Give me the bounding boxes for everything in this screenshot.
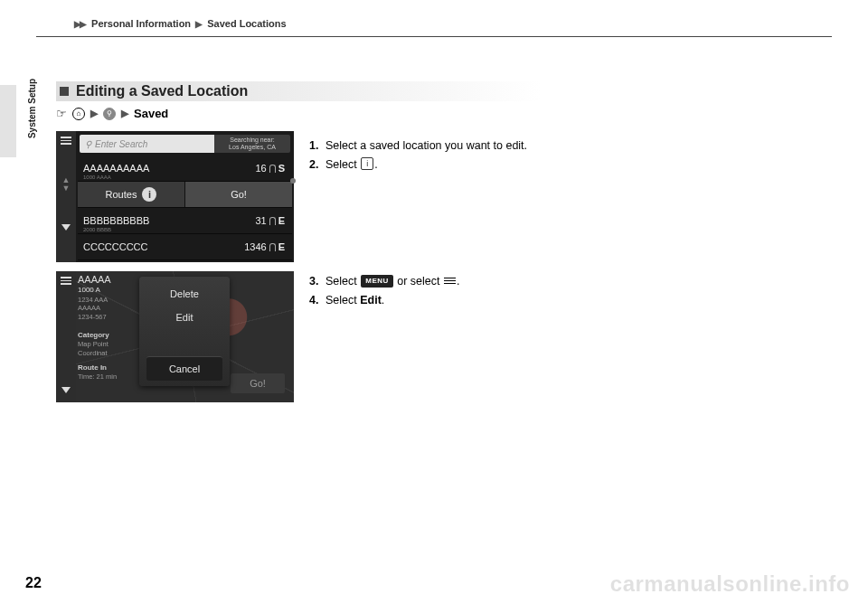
list-item[interactable]: CCCCCCCCC 1346E: [78, 234, 292, 260]
side-tab: [0, 85, 16, 157]
signal-icon: [269, 217, 276, 225]
section-title: Editing a Saved Location: [76, 83, 248, 99]
breadcrumb-a: Personal Information: [91, 18, 191, 29]
search-placeholder: Enter Search: [95, 139, 147, 149]
menu-button-icon: MENU: [361, 275, 393, 288]
up-down-icon: ▲▼: [62, 176, 71, 193]
search-near[interactable]: Searching near: Los Angeles, CA: [214, 135, 290, 153]
watermark: carmanualsonline.info: [610, 571, 850, 597]
scroll-down-icon[interactable]: [61, 387, 71, 393]
menu-item-cancel[interactable]: Cancel: [146, 356, 222, 381]
edit-label: Edit: [360, 294, 382, 306]
breadcrumb-b: Saved Locations: [207, 18, 286, 29]
list-item[interactable]: AAAAAAAAAA 1000 AAAA 16S: [78, 156, 292, 182]
breadcrumb: ▶▶ Personal Information ▶ Saved Location…: [74, 18, 287, 29]
screenshot-saved-list: ▲▼ ⚲ Enter Search Searching near: Los An…: [56, 131, 294, 262]
chevron-right-icon: ▶: [90, 108, 98, 119]
chevron-right-icon: ▶: [121, 108, 128, 119]
step-text: Select Edit.: [326, 292, 544, 309]
instruction-block-1: 1. Select a saved location you want to e…: [309, 137, 535, 175]
context-menu: Delete Edit Cancel: [139, 277, 230, 386]
nav-path: ☞ ⌂ ▶ ⚲ ▶ Saved: [56, 107, 168, 120]
hamburger-icon[interactable]: [61, 137, 71, 145]
menu-item-edit[interactable]: Edit: [139, 306, 230, 329]
screenshot-left-bar: [56, 271, 76, 402]
step-text: Select a saved location you want to edit…: [326, 137, 535, 155]
list-item[interactable]: BBBBBBBBBB 2000 BBBB 31E: [78, 208, 292, 234]
step-number: 3.: [309, 273, 326, 290]
section-heading: Editing a Saved Location: [56, 81, 541, 101]
info-square-icon: i: [361, 157, 373, 170]
step-text: Select i.: [326, 156, 535, 174]
square-bullet-icon: [60, 87, 69, 96]
scroll-down-icon[interactable]: [61, 224, 71, 231]
signal-icon: [269, 243, 276, 251]
hamburger-icon[interactable]: [61, 277, 71, 285]
go-button[interactable]: Go!: [185, 182, 292, 207]
chevron-double-icon: ▶▶: [74, 19, 85, 29]
go-button[interactable]: Go!: [231, 373, 285, 393]
divider: [36, 36, 832, 37]
finger-icon: ☞: [56, 107, 67, 120]
search-circle-icon: ⚲: [103, 108, 116, 120]
instruction-block-2: 3. Select MENU or select . 4. Select Edi…: [309, 273, 544, 311]
step-number: 2.: [309, 156, 326, 174]
path-saved-label: Saved: [134, 107, 168, 120]
routes-button[interactable]: Routes i: [78, 182, 184, 207]
info-circle-icon[interactable]: i: [142, 187, 156, 202]
search-input[interactable]: ⚲ Enter Search: [80, 135, 214, 153]
signal-icon: [269, 165, 276, 173]
chevron-right-icon: ▶: [195, 19, 203, 29]
step-number: 4.: [309, 292, 326, 309]
step-text: Select MENU or select .: [326, 273, 544, 290]
scroll-indicator-icon: [290, 178, 296, 184]
menu-item-delete[interactable]: Delete: [139, 282, 230, 306]
detail-panel: AAAAA 1000 A 1234 AAA AAAAA 1234-567 Cat…: [78, 273, 136, 401]
screenshot-left-bar: ▲▼: [56, 131, 76, 262]
hamburger-icon: [444, 276, 456, 286]
step-number: 1.: [309, 137, 326, 155]
search-icon: ⚲: [85, 139, 91, 149]
page-number: 22: [25, 575, 42, 591]
home-circle-icon: ⌂: [72, 108, 85, 120]
screenshot-edit-popup: AAAAA 1000 A 1234 AAA AAAAA 1234-567 Cat…: [56, 271, 294, 402]
section-side-label: System Setup: [27, 79, 37, 138]
